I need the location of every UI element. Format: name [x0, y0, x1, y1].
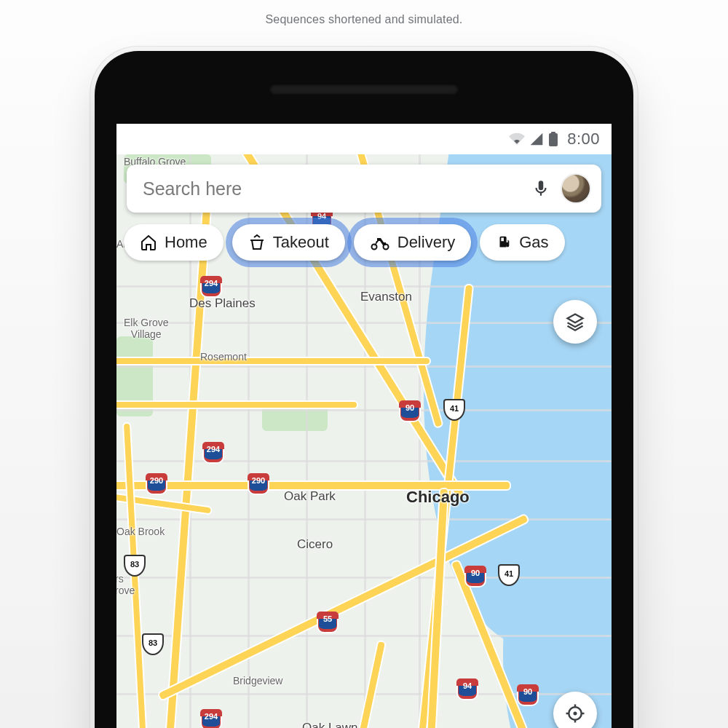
earpiece: [269, 84, 459, 95]
phone-screen: 8:00: [116, 124, 612, 728]
gas-icon: [496, 234, 512, 251]
svg-rect-0: [549, 133, 558, 146]
takeout-icon: [248, 234, 266, 251]
shield-i294: 294: [200, 709, 222, 728]
caption-text: Sequences shortened and simulated.: [0, 13, 728, 26]
home-icon: [140, 234, 157, 251]
layers-icon: [565, 312, 585, 332]
status-time: 8:00: [567, 130, 600, 149]
phone-frame: 8:00: [95, 51, 633, 728]
city-elk-grove: Elk Grove Village: [124, 317, 168, 340]
shield-i55: 55: [317, 612, 339, 633]
city-oak-brook: Oak Brook: [116, 526, 165, 537]
chip-label: Gas: [519, 233, 548, 252]
battery-icon: [548, 131, 558, 147]
chip-label: Delivery: [397, 233, 455, 252]
layers-button[interactable]: [553, 300, 597, 344]
cellular-icon: [529, 132, 544, 146]
city-cicero: Cicero: [297, 537, 333, 552]
wifi-icon: [509, 131, 525, 147]
city-oak-lawn: Oak Lawn: [302, 721, 358, 728]
shield-i94: 94: [456, 678, 478, 700]
status-bar: 8:00: [116, 124, 612, 154]
shield-i294: 294: [200, 276, 222, 298]
chip-label: Takeout: [273, 233, 329, 252]
chip-home[interactable]: Home: [124, 224, 223, 261]
city-chicago: Chicago: [406, 488, 470, 507]
map-canvas[interactable]: Buffalo Grove Arlin… Des Plaines Elk Gro…: [116, 154, 612, 728]
chip-gas[interactable]: Gas: [480, 224, 564, 261]
crosshair-icon: [564, 703, 586, 724]
delivery-icon: [370, 234, 390, 251]
hwy-north-2: [116, 402, 357, 408]
avatar[interactable]: [561, 173, 591, 204]
chip-delivery[interactable]: Delivery: [354, 224, 471, 261]
chip-takeout[interactable]: Takeout: [232, 224, 345, 261]
city-oak-park: Oak Park: [284, 489, 336, 504]
svg-point-5: [574, 712, 577, 716]
city-evanston: Evanston: [360, 290, 412, 304]
shield-us83: 83: [142, 633, 164, 655]
shield-i90: 90: [464, 566, 486, 587]
shield-i290: 290: [248, 473, 269, 495]
shield-us83: 83: [124, 555, 146, 577]
svg-rect-1: [551, 132, 555, 134]
search-bar[interactable]: Search here: [127, 165, 601, 213]
shield-i294: 294: [202, 442, 224, 464]
shield-i90: 90: [517, 684, 539, 706]
filter-chips-row: Home Takeout Delivery Gas: [116, 224, 612, 261]
city-rosemont: Rosemont: [200, 351, 247, 363]
shield-i90: 90: [399, 400, 421, 422]
hwy-57: [333, 641, 385, 728]
microphone-icon[interactable]: [531, 179, 550, 198]
search-placeholder: Search here: [143, 178, 521, 199]
city-des-plaines: Des Plaines: [189, 296, 256, 311]
chip-label: Home: [165, 233, 207, 252]
shield-i290: 290: [146, 473, 167, 495]
city-bridgeview: Bridgeview: [233, 675, 282, 687]
city-rs-rove: rs rove: [116, 573, 135, 596]
hwy-north: [116, 358, 430, 364]
